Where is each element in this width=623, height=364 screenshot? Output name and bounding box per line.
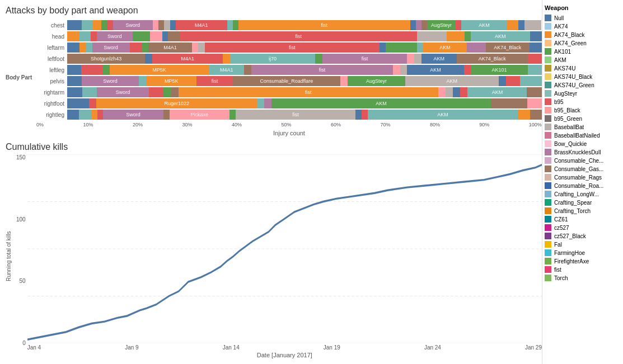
bar-segment: [229, 110, 236, 120]
bar-segment: [149, 87, 164, 97]
x-tick: 10%: [83, 122, 93, 127]
bar-segment: [518, 110, 530, 120]
bar-segment: [530, 110, 542, 120]
legend-color: [545, 140, 551, 147]
bar-segment: [491, 98, 527, 108]
legend-label: FirefighterAxe: [554, 258, 589, 264]
bar-segment: [244, 65, 251, 75]
bar-segment: [91, 31, 97, 41]
bar-row-label: leftfoot: [36, 56, 67, 62]
bar-segment: [67, 110, 79, 120]
legend-color: [545, 241, 551, 248]
cumulative-chart-title: Cumulative kills: [6, 142, 542, 152]
bar-row: leftarmSwordM4A1fistAKMAK74_Black: [36, 42, 542, 53]
legend-item: BaseballBatNailed: [545, 132, 621, 139]
legend-label: AugSteyr: [554, 91, 577, 97]
bar-segment: [340, 76, 348, 86]
bar-segment: [518, 20, 524, 30]
bar-segment: Sword: [82, 76, 139, 86]
legend-color: [545, 132, 551, 139]
bar-segment: [355, 110, 362, 120]
bar-row: rightfootRuger1022AKM: [36, 98, 542, 108]
legend-label: Consumable_Gas...: [554, 166, 603, 172]
bar-segment: [170, 20, 176, 30]
legend-color: [545, 115, 551, 122]
x-tick: 50%: [281, 122, 291, 127]
bar-segment: [79, 42, 86, 53]
legend-item: Crafting_Torch: [545, 207, 621, 214]
bar-segment: [82, 20, 93, 30]
bar-segment: [386, 42, 417, 53]
legend-item: AK74_Green: [545, 40, 621, 46]
bar-row: chestSwordM4A1fistAugSteyrAKM: [36, 20, 542, 30]
x-tick: 30%: [182, 122, 192, 127]
bar-segment: [506, 76, 521, 86]
legend-color: [545, 199, 551, 206]
top-chart-title: Attacks by body part and weapon: [6, 6, 542, 16]
bar-segment: AKM: [407, 65, 463, 75]
bar-segment: [67, 42, 79, 53]
bar-row-label: leftarm: [36, 45, 67, 51]
bar-segment: AK101: [471, 65, 527, 75]
bar-segment: [530, 42, 542, 53]
x-date-tick: Jan 14: [223, 344, 240, 351]
bar-segment: [465, 31, 471, 41]
x-date-tick: Jan 29: [525, 344, 542, 351]
bar-segment: Sword: [103, 110, 163, 120]
bar-segment: [133, 31, 151, 41]
bar-segment: ij70: [230, 54, 315, 64]
legend-sidebar[interactable]: Weapon NullAK74AK74_BlackAK74_GreenAK101…: [542, 0, 623, 364]
bar-segment: [67, 98, 89, 108]
legend-item: Consumable_Roa...: [545, 182, 621, 189]
bar-segment: [410, 20, 416, 30]
bar-row: rightarmSwordfistAKM: [36, 87, 542, 97]
legend-item: b95_Green: [545, 115, 621, 122]
bar-segment: [198, 42, 204, 53]
bar-segment: fist: [251, 65, 393, 75]
main-content: Attacks by body part and weapon Body Par…: [0, 0, 542, 364]
bar-row-label: pelvis: [36, 78, 67, 84]
bar-segment: [67, 76, 82, 86]
y-tick: 50: [20, 278, 26, 284]
legend-label: Bow_Quickie: [554, 141, 587, 147]
bar-segment: [528, 54, 542, 64]
legend-color: [545, 174, 551, 181]
legend-label: Torch: [554, 275, 568, 281]
legend-item: fist: [545, 266, 621, 273]
kills-line: [27, 165, 542, 340]
bar-segment: [150, 31, 162, 41]
legend-color: [545, 166, 551, 172]
bar-segment: fist: [238, 20, 410, 30]
bar-segment: [107, 20, 113, 30]
x-tick: 100%: [529, 122, 542, 127]
legend-color: [545, 233, 551, 239]
x-tick: 60%: [331, 122, 341, 127]
legend-title: Weapon: [545, 4, 621, 11]
bar-segment: Sword: [97, 31, 133, 41]
bar-row-label: rightarm: [36, 89, 67, 96]
bar-segment: [315, 54, 322, 64]
bar-segment: [421, 20, 427, 30]
bar-segment: [380, 42, 386, 53]
bar-segment: [446, 87, 453, 97]
bar-chart-area: chestSwordM4A1fistAugSteyrAKMheadSwordfi…: [36, 20, 542, 120]
bar-segment: [139, 76, 146, 86]
legend-item: Torch: [545, 275, 621, 281]
bar-segment: fist: [236, 110, 356, 120]
legend-color: [545, 90, 551, 97]
bar-segment: [163, 110, 170, 120]
bar-segment: AK74_Black: [457, 54, 528, 64]
bar-segment: M4A1: [148, 42, 192, 53]
x-tick: 80%: [430, 122, 440, 127]
bar-segment: AKM: [423, 42, 467, 53]
legend-item: AK101: [545, 48, 621, 55]
bar-segment: [168, 31, 180, 41]
bar-segment: AKM: [421, 54, 457, 64]
bar-segment: AKM: [471, 31, 530, 41]
legend-label: Crafting_Spear: [554, 200, 592, 206]
bar-segment: [257, 98, 264, 108]
bar-segment: [97, 110, 104, 120]
x-tick: 40%: [232, 122, 242, 127]
legend-label: AKS74U_Green: [554, 82, 594, 88]
bar-row: leftfootShotgunlzh43M4A1ij70fistAKMAK74_…: [36, 54, 542, 64]
